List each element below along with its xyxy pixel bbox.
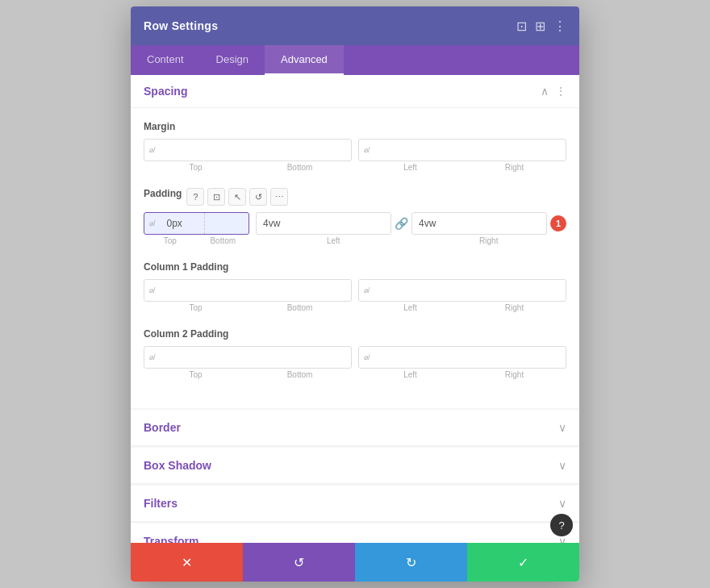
margin-bottom-label: Bottom — [248, 163, 352, 172]
padding-left-input[interactable] — [257, 213, 390, 234]
transform-section: Transform ∨ — [131, 523, 579, 543]
col2-lr-inputs: ⌀/ — [358, 346, 566, 369]
margin-lr-responsive-icon[interactable]: ⌀/ — [359, 140, 375, 161]
reset-icon: ↺ — [294, 555, 304, 570]
margin-tb-inputs: ⌀/ — [144, 139, 352, 161]
transform-title: Transform — [144, 535, 198, 543]
margin-top-bottom: ⌀/ Top Bottom — [144, 139, 352, 173]
modal-footer: ✕ ↺ ↻ ✓ — [131, 543, 579, 582]
transform-header[interactable]: Transform ∨ — [131, 523, 579, 543]
col1-top-responsive-icon[interactable]: ⌀/ — [144, 280, 161, 301]
spacing-content: Margin ⌀/ Top Bottom — [131, 108, 579, 408]
col2-lr-responsive-icon[interactable]: ⌀/ — [359, 347, 375, 368]
spacing-title: Spacing — [144, 85, 187, 98]
row-settings-modal: Row Settings ⊡ ⊞ ⋮ Content Design Advanc… — [131, 6, 579, 582]
col1-tb-labels: Top Bottom — [144, 302, 352, 314]
padding-right-input[interactable] — [412, 213, 546, 234]
filters-chevron-icon[interactable]: ∨ — [558, 497, 566, 510]
padding-device-btn[interactable]: ⊡ — [207, 188, 225, 206]
border-section: Border ∨ — [131, 410, 579, 446]
box-shadow-section: Box Shadow ∨ — [131, 448, 579, 484]
spacing-header-icons: ∧ ⋮ — [541, 85, 566, 98]
header-icons: ⊡ ⊞ ⋮ — [516, 19, 566, 34]
col2-left-right: ⌀/ Left Right — [358, 346, 566, 381]
col1-bottom-input[interactable] — [256, 280, 351, 301]
padding-top-bottom: ⌀/ Top Bottom — [144, 212, 249, 247]
cancel-icon: ✕ — [182, 555, 192, 570]
padding-more-btn[interactable]: ⋯ — [270, 188, 288, 206]
margin-lr-inputs: ⌀/ — [358, 139, 566, 161]
col2-top-label: Top — [144, 370, 248, 379]
column2-padding-row: ⌀/ Top Bottom ⌀/ — [144, 346, 566, 381]
floating-help-button[interactable]: ? — [550, 514, 573, 536]
spacing-more-icon[interactable]: ⋮ — [555, 85, 566, 98]
spacing-collapse-icon[interactable]: ∧ — [541, 85, 549, 98]
col1-right-label: Right — [462, 303, 566, 312]
margin-top-input[interactable] — [161, 140, 256, 161]
more-icon[interactable]: ⋮ — [553, 19, 566, 34]
col2-top-input[interactable] — [161, 347, 256, 368]
col1-left-input[interactable] — [375, 280, 470, 301]
margin-left-right: ⌀/ Left Right — [358, 139, 566, 173]
padding-lr-linked: 🔗 1 — [256, 212, 566, 235]
col2-bottom-input[interactable] — [256, 347, 351, 368]
col2-top-responsive-icon[interactable]: ⌀/ — [144, 347, 161, 368]
margin-tb-labels: Top Bottom — [144, 161, 352, 173]
padding-label-row: Padding ? ⊡ ↖ ↺ ⋯ — [144, 188, 566, 206]
col1-left-label: Left — [358, 303, 462, 312]
modal-header: Row Settings ⊡ ⊞ ⋮ — [131, 6, 579, 45]
border-chevron-icon[interactable]: ∨ — [558, 421, 566, 434]
modal-title: Row Settings — [144, 19, 218, 32]
save-icon: ✓ — [518, 555, 528, 570]
margin-top-responsive-icon[interactable]: ⌀/ — [144, 140, 161, 161]
tab-advanced[interactable]: Advanced — [265, 45, 344, 75]
padding-help-btn[interactable]: ? — [186, 188, 204, 206]
box-shadow-chevron-icon[interactable]: ∨ — [558, 459, 566, 472]
tabs-bar: Content Design Advanced — [131, 45, 579, 75]
border-header[interactable]: Border ∨ — [131, 410, 579, 446]
padding-lr-labels: Left Right — [256, 235, 566, 247]
screen-icon[interactable]: ⊡ — [516, 19, 527, 34]
modal-body: Spacing ∧ ⋮ Margin ⌀/ — [131, 75, 579, 543]
margin-left-input[interactable] — [375, 140, 470, 161]
redo-icon: ↻ — [406, 555, 416, 570]
box-shadow-header[interactable]: Box Shadow ∨ — [131, 448, 579, 484]
col1-lr-responsive-icon[interactable]: ⌀/ — [359, 280, 375, 301]
col2-right-input[interactable] — [470, 347, 566, 368]
margin-row: ⌀/ Top Bottom ⌀/ — [144, 139, 566, 173]
filters-section: Filters ∨ — [131, 486, 579, 522]
redo-button[interactable]: ↻ — [355, 543, 467, 582]
col1-right-input[interactable] — [470, 280, 566, 301]
spacing-section-header[interactable]: Spacing ∧ ⋮ — [131, 75, 579, 108]
col1-bottom-label: Bottom — [248, 303, 352, 312]
border-title: Border — [144, 421, 181, 434]
columns-icon[interactable]: ⊞ — [535, 19, 545, 34]
link-icon[interactable]: 🔗 — [395, 217, 408, 230]
col1-lr-inputs: ⌀/ — [358, 279, 566, 302]
margin-right-input[interactable] — [470, 140, 566, 161]
padding-tb-inputs: ⌀/ — [144, 212, 249, 235]
tab-content[interactable]: Content — [131, 45, 200, 75]
padding-arrow-btn[interactable]: ↖ — [228, 188, 246, 206]
tab-design[interactable]: Design — [200, 45, 265, 75]
col2-right-label: Right — [462, 370, 566, 379]
box-shadow-title: Box Shadow — [144, 459, 211, 472]
col2-left-input[interactable] — [375, 347, 470, 368]
padding-top-input[interactable] — [161, 213, 204, 234]
col2-lr-labels: Left Right — [358, 369, 566, 381]
padding-bottom-input[interactable] — [204, 213, 248, 234]
column2-padding-label: Column 2 Padding — [144, 328, 566, 340]
save-button[interactable]: ✓ — [467, 543, 579, 582]
column2-padding-group: Column 2 Padding ⌀/ Top Bottom — [144, 328, 566, 381]
col1-top-input[interactable] — [161, 280, 256, 301]
padding-reset-btn[interactable]: ↺ — [249, 188, 267, 206]
padding-left-label: Left — [256, 236, 411, 245]
padding-bottom-label: Bottom — [197, 236, 250, 245]
padding-right-input-wrap — [411, 212, 547, 235]
margin-bottom-input[interactable] — [256, 140, 351, 161]
padding-top-responsive-icon[interactable]: ⌀/ — [144, 213, 161, 234]
reset-button[interactable]: ↺ — [243, 543, 355, 582]
cancel-button[interactable]: ✕ — [131, 543, 243, 582]
padding-left-input-wrap — [256, 212, 391, 235]
filters-header[interactable]: Filters ∨ — [131, 486, 579, 522]
